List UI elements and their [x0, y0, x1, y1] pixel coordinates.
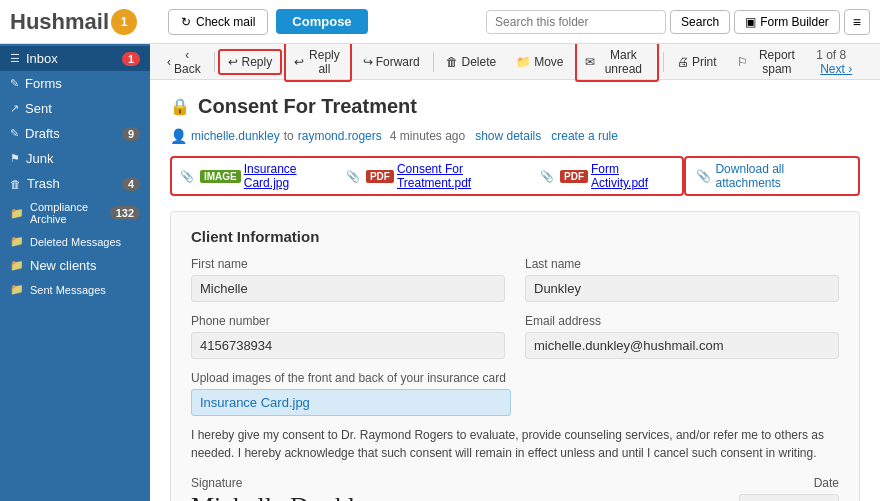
print-icon: 🖨 — [677, 55, 689, 69]
contact-row: Phone number 4156738934 Email address mi… — [191, 314, 839, 359]
logo: Hushmail 1 — [10, 9, 160, 35]
action-toolbar: ‹ ‹ Back ↩ Reply ↩ Reply all ↪ Forward 🗑… — [150, 44, 880, 80]
sidebar-item-compliance[interactable]: 📁 Compliance Archive 132 — [0, 196, 150, 230]
search-input[interactable] — [486, 10, 666, 34]
deleted-icon: 📁 — [10, 235, 24, 248]
show-details-link[interactable]: show details — [475, 129, 541, 143]
logo-icon: 1 — [111, 9, 137, 35]
attachment-link3[interactable]: Form Activity.pdf — [591, 162, 674, 190]
email-body: 🔒 Consent For Treatment 👤 michelle.dunkl… — [150, 80, 880, 501]
image-badge: IMAGE — [200, 170, 241, 183]
upload-value: Insurance Card.jpg — [191, 389, 511, 416]
toolbar-divider3 — [663, 52, 664, 72]
phone-label: Phone number — [191, 314, 505, 328]
reply-icon: ↩ — [228, 55, 238, 69]
delete-icon: 🗑 — [446, 55, 458, 69]
sent-messages-icon: 📁 — [10, 283, 24, 296]
sidebar-item-label: Inbox — [26, 51, 116, 66]
report-spam-button[interactable]: ⚐ Report spam — [728, 44, 813, 81]
date-label: Date — [739, 476, 839, 490]
phone-field: Phone number 4156738934 — [191, 314, 505, 359]
compliance-badge: 132 — [110, 206, 140, 220]
sidebar-item-inbox[interactable]: ☰ Inbox 1 — [0, 46, 150, 71]
create-rule-link[interactable]: create a rule — [551, 129, 618, 143]
sidebar-item-label: Deleted Messages — [30, 236, 140, 248]
signature-value: Michelle Dunkley — [191, 492, 379, 501]
attachment-pdf2[interactable]: PDF Form Activity.pdf — [560, 162, 674, 190]
sidebar-item-label: Junk — [26, 151, 140, 166]
email-label: Email address — [525, 314, 839, 328]
sidebar-item-junk[interactable]: ⚑ Junk — [0, 146, 150, 171]
trash-icon: 🗑 — [10, 178, 21, 190]
consent-text: I hereby give my consent to Dr. Raymond … — [191, 426, 839, 462]
download-all-link[interactable]: 📎 Download all attachments — [696, 162, 848, 190]
form-builder-icon: ▣ — [745, 15, 756, 29]
top-bar: Hushmail 1 ↻ Check mail Compose Search ▣… — [0, 0, 880, 44]
forward-button[interactable]: ↪ Forward — [354, 50, 429, 74]
attachments-list: 📎 IMAGE Insurance Card.jpg 📎 PDF Consent… — [170, 156, 684, 196]
sender-link[interactable]: michelle.dunkley — [191, 129, 280, 143]
upload-label: Upload images of the front and back of y… — [191, 371, 839, 385]
reply-all-icon: ↩ — [294, 55, 304, 69]
toolbar-divider2 — [433, 52, 434, 72]
signature-label: Signature — [191, 476, 379, 490]
attachment-link2[interactable]: Consent For Treatment.pdf — [397, 162, 534, 190]
form-title: Client Information — [191, 228, 839, 245]
email-field: Email address michelle.dunkley@hushmail.… — [525, 314, 839, 359]
mark-unread-button[interactable]: ✉ Mark unread — [575, 44, 660, 82]
attachment-link[interactable]: Insurance Card.jpg — [244, 162, 340, 190]
download-icon: 📎 — [696, 169, 711, 183]
sidebar-item-sent[interactable]: ↗ Sent — [0, 96, 150, 121]
signature-block: Signature Michelle Dunkley — [191, 476, 379, 501]
spam-icon: ⚐ — [737, 55, 748, 69]
sidebar-item-drafts[interactable]: ✎ Drafts 9 — [0, 121, 150, 146]
sidebar-item-sent-messages[interactable]: 📁 Sent Messages — [0, 278, 150, 301]
paperclip-icon3: 📎 — [540, 170, 554, 183]
sidebar-item-new-clients[interactable]: 📁 New clients — [0, 253, 150, 278]
forms-icon: ✎ — [10, 77, 19, 90]
inbox-badge: 1 — [122, 52, 140, 66]
last-name-field: Last name Dunkley — [525, 257, 839, 302]
first-name-value: Michelle — [191, 275, 505, 302]
sidebar-item-label: Trash — [27, 176, 116, 191]
email-content-area: ‹ ‹ Back ↩ Reply ↩ Reply all ↪ Forward 🗑… — [150, 44, 880, 501]
form-builder-button[interactable]: ▣ Form Builder — [734, 10, 840, 34]
move-button[interactable]: 📁 Move — [507, 50, 572, 74]
first-name-label: First name — [191, 257, 505, 271]
back-button[interactable]: ‹ ‹ Back — [158, 44, 210, 81]
print-button[interactable]: 🖨 Print — [668, 50, 726, 74]
attachment-pdf1[interactable]: PDF Consent For Treatment.pdf — [366, 162, 534, 190]
first-name-field: First name Michelle — [191, 257, 505, 302]
main-layout: ☰ Inbox 1 ✎ Forms ↗ Sent ✎ Drafts 9 ⚑ Ju… — [0, 44, 880, 501]
search-area: Search ▣ Form Builder ≡ — [486, 9, 870, 35]
search-button[interactable]: Search — [670, 10, 730, 34]
sidebar-item-trash[interactable]: 🗑 Trash 4 — [0, 171, 150, 196]
compliance-icon: 📁 — [10, 207, 24, 220]
email-subject: 🔒 Consent For Treatment — [170, 95, 860, 118]
paperclip-icon2: 📎 — [346, 170, 360, 183]
recipient-link[interactable]: raymond.rogers — [298, 129, 382, 143]
delete-button[interactable]: 🗑 Delete — [437, 50, 505, 74]
sidebar-item-label: Sent — [25, 101, 140, 116]
date-block: Date 18 Jun 2021 — [739, 476, 839, 501]
compose-button[interactable]: Compose — [276, 9, 367, 34]
page-info: 1 of 8 Next › — [816, 48, 872, 76]
menu-button[interactable]: ≡ — [844, 9, 870, 35]
next-link[interactable]: Next › — [820, 62, 852, 76]
sidebar: ☰ Inbox 1 ✎ Forms ↗ Sent ✎ Drafts 9 ⚑ Ju… — [0, 44, 150, 501]
paperclip-icon: 📎 — [180, 170, 194, 183]
check-mail-button[interactable]: ↻ Check mail — [168, 9, 268, 35]
reply-all-button[interactable]: ↩ Reply all — [284, 44, 351, 82]
drafts-badge: 9 — [122, 127, 140, 141]
email-meta: 👤 michelle.dunkley to raymond.rogers 4 m… — [170, 128, 860, 144]
sidebar-item-forms[interactable]: ✎ Forms — [0, 71, 150, 96]
sidebar-item-deleted[interactable]: 📁 Deleted Messages — [0, 230, 150, 253]
form-container: Client Information First name Michelle L… — [170, 211, 860, 501]
sidebar-item-label: Compliance Archive — [30, 201, 104, 225]
attachments-row: 📎 IMAGE Insurance Card.jpg 📎 PDF Consent… — [170, 156, 860, 196]
reply-button[interactable]: ↩ Reply — [218, 49, 282, 75]
sender-avatar-icon: 👤 — [170, 128, 187, 144]
lock-icon: 🔒 — [170, 97, 190, 116]
junk-icon: ⚑ — [10, 152, 20, 165]
attachment-image[interactable]: IMAGE Insurance Card.jpg — [200, 162, 340, 190]
